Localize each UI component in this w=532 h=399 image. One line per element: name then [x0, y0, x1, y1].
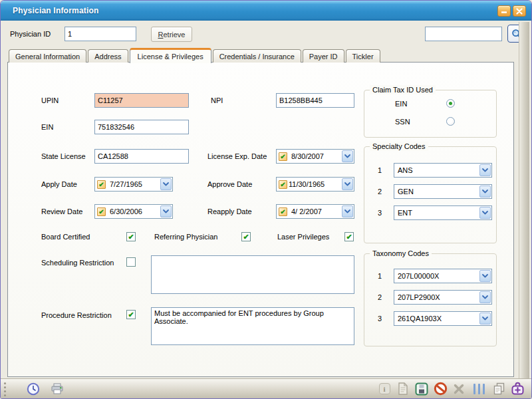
specialty-2-combo[interactable]: GEN: [394, 184, 492, 199]
specialty-2-value: GEN: [394, 188, 479, 196]
review-date-value: 6/30/2006: [106, 207, 160, 215]
taxonomy-1-dropdown-button[interactable]: [479, 270, 491, 282]
apply-date-checkbox[interactable]: ✔: [97, 180, 106, 189]
board-certified-checkbox[interactable]: ✔: [126, 232, 136, 241]
claim-tax-ssn-label: SSN: [395, 114, 410, 129]
statusbar-right-icons: i: [377, 382, 525, 396]
info-button[interactable]: i: [377, 382, 392, 396]
clock-icon: [27, 382, 40, 396]
approve-date-picker[interactable]: ✔ 11/30/1965: [276, 177, 354, 192]
chevron-down-icon: [482, 295, 488, 299]
print-button[interactable]: [50, 382, 65, 396]
tab-tickler[interactable]: Tickler: [346, 49, 380, 63]
review-date-dropdown-button[interactable]: [160, 205, 172, 217]
taxonomy-3-dropdown-button[interactable]: [479, 313, 491, 325]
chevron-down-icon: [163, 209, 169, 213]
license-privileges-panel: UPIN NPI EIN State License License Exp. …: [7, 62, 514, 377]
specialty-3-dropdown-button[interactable]: [479, 207, 491, 219]
tab-credentials-insurance[interactable]: Credentials / Insurance: [213, 49, 301, 63]
license-exp-date-checkbox[interactable]: ✔: [279, 152, 287, 161]
claim-tax-id-title: Claim Tax ID Used: [370, 85, 436, 94]
chevron-down-icon: [482, 274, 488, 278]
review-date-picker[interactable]: ✔ 6/30/2006: [94, 204, 173, 219]
minimize-icon: [501, 8, 507, 14]
tab-license-privileges[interactable]: License & Privileges: [130, 48, 211, 63]
minimize-button[interactable]: [497, 5, 511, 17]
scheduling-restriction-textarea[interactable]: [151, 255, 354, 294]
claim-tax-ssn-radio[interactable]: [446, 117, 455, 126]
chevron-down-icon: [344, 209, 350, 213]
claim-tax-ein-label: EIN: [395, 96, 407, 111]
save-icon: [415, 382, 428, 396]
tab-address[interactable]: Address: [88, 49, 128, 63]
retrieve-button[interactable]: Retrieve: [151, 27, 192, 42]
document-button[interactable]: [396, 382, 410, 396]
save-button[interactable]: [414, 382, 429, 396]
apply-date-label: Apply Date: [41, 177, 77, 192]
specialty-1-number: 1: [378, 163, 382, 178]
close-button[interactable]: [513, 5, 526, 17]
specialty-2-dropdown-button[interactable]: [479, 186, 491, 198]
clock-button[interactable]: [26, 382, 41, 396]
laser-privileges-checkbox[interactable]: ✔: [344, 232, 354, 241]
medical-bag-button[interactable]: [510, 382, 525, 396]
specialty-1-value: ANS: [394, 166, 479, 174]
referring-physician-checkbox[interactable]: ✔: [241, 232, 251, 241]
specialty-codes-groupbox: Specialty Codes 1 ANS 2 GEN 3 ENT: [364, 146, 497, 243]
physician-id-label: Physician ID: [10, 27, 51, 41]
cancel-icon: [434, 382, 448, 396]
taxonomy-3-combo[interactable]: 261QA1903X: [394, 311, 492, 326]
claim-tax-ein-radio[interactable]: [446, 99, 455, 108]
ein-input[interactable]: [94, 120, 189, 134]
license-exp-date-dropdown-button[interactable]: [342, 150, 353, 162]
specialty-2-number: 2: [378, 184, 382, 199]
state-license-input[interactable]: [94, 149, 189, 164]
titlebar-buttons: [497, 5, 526, 17]
review-date-checkbox[interactable]: ✔: [97, 207, 106, 216]
scheduling-restriction-checkbox[interactable]: ✔: [126, 257, 136, 267]
reapply-date-dropdown-button[interactable]: [342, 205, 353, 217]
tab-payer-id[interactable]: Payer ID: [303, 49, 344, 63]
statusbar-left-icons: [26, 382, 65, 396]
reapply-date-picker[interactable]: ✔ 4/ 2/2007: [276, 204, 354, 219]
upin-input[interactable]: [94, 93, 189, 108]
referring-physician-label: Referring Physician: [154, 229, 217, 244]
copy-icon: [493, 382, 505, 395]
taxonomy-3-value: 261QA1903X: [394, 315, 479, 323]
delete-button[interactable]: [452, 382, 466, 396]
npi-input[interactable]: [276, 93, 354, 108]
cancel-button[interactable]: [433, 382, 448, 396]
approve-date-dropdown-button[interactable]: [342, 178, 353, 190]
license-exp-date-picker[interactable]: ✔ 8/30/2007: [276, 149, 354, 164]
specialty-1-combo[interactable]: ANS: [394, 163, 492, 178]
apply-date-picker[interactable]: ✔ 7/27/1965: [94, 177, 173, 192]
document-icon: [398, 382, 408, 395]
license-exp-date-label: License Exp. Date: [207, 149, 267, 164]
search-input[interactable]: [425, 27, 502, 41]
taxonomy-2-dropdown-button[interactable]: [479, 291, 491, 303]
window-title: Physician Information: [13, 6, 99, 15]
taxonomy-1-combo[interactable]: 207L00000X: [394, 269, 492, 283]
specialty-3-number: 3: [378, 205, 382, 220]
apply-date-dropdown-button[interactable]: [160, 178, 172, 190]
medical-bag-icon: [511, 382, 525, 396]
ein-label: EIN: [41, 120, 53, 134]
tab-general-information[interactable]: General Information: [9, 49, 86, 63]
reapply-date-checkbox[interactable]: ✔: [279, 207, 287, 216]
specialty-1-dropdown-button[interactable]: [479, 164, 491, 176]
laser-privileges-label: Laser Privileges: [277, 229, 329, 244]
approve-date-checkbox[interactable]: ✔: [279, 180, 287, 189]
chevron-down-icon: [344, 154, 350, 158]
info-icon: i: [379, 383, 390, 394]
columns-button[interactable]: [470, 382, 487, 396]
physician-id-input[interactable]: [65, 27, 136, 41]
taxonomy-2-combo[interactable]: 207LP2900X: [394, 290, 492, 305]
copy-button[interactable]: [491, 382, 506, 396]
procedure-restriction-textarea[interactable]: Must be accompanied for ENT procedures b…: [151, 307, 354, 345]
procedure-restriction-label: Procedure Restriction: [41, 308, 112, 323]
tab-strip: General Information Address License & Pr…: [9, 47, 380, 63]
specialty-3-combo[interactable]: ENT: [394, 205, 492, 220]
reapply-date-label: Reapply Date: [207, 204, 252, 219]
chevron-down-icon: [482, 211, 488, 215]
procedure-restriction-checkbox[interactable]: ✔: [126, 310, 136, 319]
